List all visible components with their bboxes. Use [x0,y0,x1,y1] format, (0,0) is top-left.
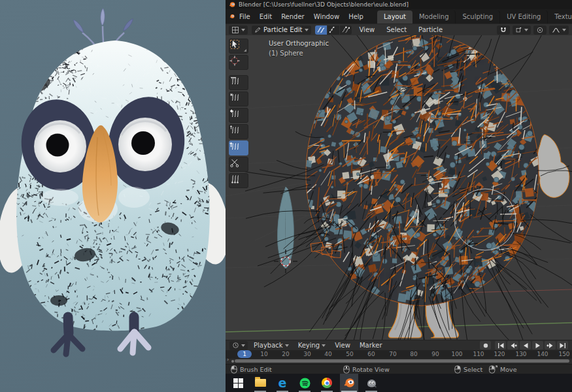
taskbar-blender[interactable] [340,374,358,392]
frame-tick: 110 [471,351,486,357]
tab-texture-paint[interactable]: Texture Paint [548,10,572,24]
auto-keying-record-button[interactable] [480,341,491,350]
screen: Blender [C:\Users\fuellner\3D Objects\bl… [0,0,572,392]
tool-tweak[interactable] [229,39,248,54]
timeline-header: Playback Keying View Marker [226,340,572,350]
tool-weight[interactable] [229,173,248,188]
snap-toggle-button[interactable] [497,25,510,35]
menu-file[interactable]: File [235,11,255,22]
clock-icon [232,342,239,349]
viewport-menu-particle[interactable]: Particle [414,26,446,33]
chevron-down-icon [562,29,566,31]
tab-modeling[interactable]: Modeling [412,10,456,24]
timeline-menu-keying[interactable]: Keying [295,342,329,349]
pencil-icon [254,26,261,33]
tab-layout[interactable]: Layout [377,10,412,24]
window-titlebar[interactable]: Blender [C:\Users\fuellner\3D Objects\bl… [226,0,572,9]
frame-tick: 100 [449,351,465,357]
play-button[interactable] [532,341,543,350]
channel-expand-icon[interactable]: › [227,359,229,363]
timeline-ruler[interactable]: 1 10 20 30 40 50 60 70 80 90 100 110 120… [226,350,572,359]
magnet-icon [499,26,507,34]
jump-to-start-button[interactable] [495,341,506,350]
frame-tick: 30 [299,351,315,357]
viewport-menu-select[interactable]: Select [382,26,411,33]
snap-settings-dropdown[interactable] [513,25,531,35]
current-frame-indicator[interactable]: 1 [237,350,252,358]
viewport-menu-view[interactable]: View [356,26,379,33]
menu-window[interactable]: Window [309,11,344,22]
proportional-circle-icon [536,26,544,34]
status-move: Move [489,365,516,374]
tool-comb[interactable] [229,75,248,90]
chevron-down-icon [322,344,326,347]
taskbar-file-explorer[interactable] [251,374,269,392]
windows-logo-icon [233,378,243,388]
start-button[interactable] [229,374,247,392]
status-rotate-view: Rotate View [343,365,390,374]
taskbar-gimp[interactable] [362,374,380,392]
owl-eye-right [118,118,172,171]
taskbar-edge[interactable]: e [273,374,292,392]
select-mode-point[interactable] [328,25,339,35]
tab-sculpting[interactable]: Sculpting [456,10,500,24]
chevron-down-icon [241,344,245,347]
falloff-dropdown[interactable] [549,25,569,35]
frame-tick: 60 [363,351,379,357]
mode-label: Particle Edit [263,26,303,33]
tool-length[interactable] [229,124,248,139]
blender-app-icon[interactable] [229,12,235,21]
3d-viewport[interactable]: User Orthographic (1) Sphere [226,35,572,340]
previous-keyframe-button[interactable] [507,341,518,350]
workspace-tabs: Layout Modeling Sculpting UV Editing Tex… [377,9,572,24]
next-keyframe-button[interactable] [545,341,556,350]
tab-uv-editing[interactable]: UV Editing [500,10,548,24]
frame-tick: 140 [535,351,550,357]
editor-type-button[interactable] [229,25,248,35]
owl-render [0,0,226,392]
owl-eye-left [34,120,86,172]
tool-smooth[interactable] [229,91,248,106]
frame-tick: 40 [320,351,336,357]
chevron-down-icon [241,29,245,31]
mouse-right-drag-icon [489,365,497,374]
gimp-icon [366,378,377,389]
rendered-owl-image [0,0,226,392]
proportional-editing-button[interactable] [533,25,547,35]
menu-edit[interactable]: Edit [255,11,277,22]
timeline-menu-playback[interactable]: Playback [250,342,292,349]
spotify-icon [299,378,311,389]
mouse-middle-icon [343,365,350,374]
timeline-menu-view[interactable]: View [331,342,354,349]
tool-add[interactable] [229,108,248,123]
taskbar-spotify[interactable] [295,374,314,392]
chevron-down-icon [305,29,309,31]
timeline-editor-type-button[interactable] [229,341,248,350]
timeline-scroll-region: › [226,359,572,364]
mode-dropdown[interactable]: Particle Edit [252,25,311,35]
tool-cursor[interactable] [229,55,248,70]
menu-help[interactable]: Help [344,11,368,22]
menu-render[interactable]: Render [277,11,309,22]
jump-to-end-button[interactable] [557,341,568,350]
select-mode-path[interactable] [315,25,327,35]
playback-controls [480,341,568,350]
window-title: Blender [C:\Users\fuellner\3D Objects\bl… [239,1,409,8]
owl-mesh-wing[interactable] [537,135,569,197]
tool-cut[interactable] [229,157,248,172]
frame-tick: 50 [342,351,358,357]
blender-window: Blender [C:\Users\fuellner\3D Objects\bl… [226,0,572,392]
timeline-scrollbar[interactable] [235,359,569,363]
select-mode-tip[interactable] [340,25,352,35]
viewport-canvas[interactable] [226,35,572,340]
tool-puff[interactable] [229,140,248,155]
status-select: Select [454,365,482,374]
frame-tick: 80 [406,351,422,357]
timeline-menu-marker[interactable]: Marker [356,342,386,349]
blender-icon [343,377,355,389]
play-reverse-button[interactable] [520,341,531,350]
taskbar-chrome[interactable] [318,374,336,392]
editor-type-icon [231,26,239,34]
snap-proportional-cluster [497,25,569,35]
frame-tick: 10 [256,351,272,357]
